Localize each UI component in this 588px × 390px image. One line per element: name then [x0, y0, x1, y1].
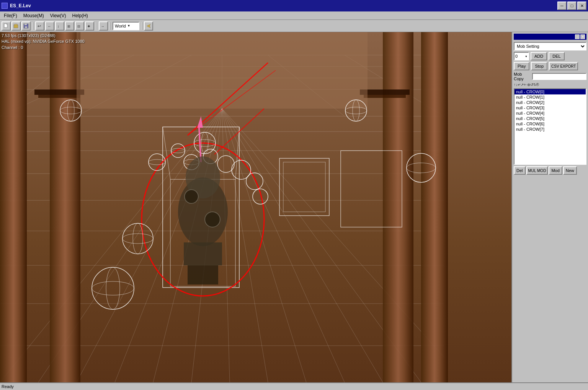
svg-rect-2: [14, 25, 18, 28]
add-button[interactable]: ADD: [531, 52, 547, 60]
svg-text:✦: ✦: [87, 24, 91, 29]
maximize-button[interactable]: □: [567, 2, 577, 10]
world-dropdown-arrow: ▼: [127, 24, 131, 28]
svg-line-56: [163, 127, 170, 179]
mul-mod-button[interactable]: MUL MOD: [526, 166, 548, 175]
svg-rect-99: [184, 242, 222, 265]
crow-list-item[interactable]: null - CROW[2]: [514, 100, 586, 105]
svg-point-97: [185, 190, 198, 203]
special-chars-label: ↑↓↵↗+·⊕↺↻®: [514, 83, 586, 87]
number-dropdown[interactable]: 0 ▼: [514, 52, 529, 60]
svg-point-85: [122, 223, 153, 254]
svg-rect-46: [50, 32, 80, 382]
svg-text:↔: ↔: [101, 24, 105, 28]
toolbar-btn-2[interactable]: ↔: [45, 21, 54, 31]
toolbar-undo-btn[interactable]: ↩: [35, 21, 44, 31]
toolbar-btn-3[interactable]: ↕: [55, 21, 64, 31]
svg-rect-4: [24, 24, 27, 25]
toolbar-sep-4: [141, 22, 142, 30]
svg-point-90: [106, 267, 120, 309]
svg-rect-5: [25, 26, 27, 28]
svg-rect-59: [283, 162, 325, 212]
mob-copy-input[interactable]: [532, 73, 586, 80]
title-bar: ES_E.Lev ─ □ ✕: [0, 0, 588, 11]
play-button[interactable]: Play: [514, 62, 529, 70]
crow-list-item[interactable]: null - CROW[0]: [514, 89, 586, 94]
mob-copy-label: Mob Copy: [514, 72, 531, 81]
title-text: ES_E.Lev: [2, 3, 31, 9]
svg-rect-58: [279, 158, 329, 216]
svg-rect-47: [383, 32, 413, 382]
play-stop-export-row: Play Stop CSV EXPORT: [514, 62, 586, 70]
svg-text:⊟: ⊟: [77, 24, 80, 28]
app-icon: [2, 3, 8, 9]
svg-point-86: [122, 234, 153, 244]
stop-button[interactable]: Stop: [531, 62, 547, 70]
number-dropdown-arrow: ▼: [525, 55, 528, 58]
svg-point-98: [205, 212, 220, 227]
new-button[interactable]: New: [563, 166, 577, 175]
svg-rect-48: [421, 32, 448, 382]
bottom-btn-row: Del MUL MOD Mod New: [514, 166, 586, 175]
crow-list-item[interactable]: null - CROW[4]: [514, 110, 586, 116]
window-controls: ─ □ ✕: [557, 2, 586, 10]
svg-rect-53: [77, 32, 368, 109]
menu-file[interactable]: File(F): [1, 12, 20, 19]
toolbar-extra-btn[interactable]: [144, 21, 153, 31]
crow-list-item[interactable]: null - CROW[3]: [514, 105, 586, 110]
scene-background: 7.53 fps (1307x923) (D2488) HAL (mixed v…: [0, 32, 511, 382]
main-layout: 7.53 fps (1307x923) (D2488) HAL (mixed v…: [0, 32, 588, 382]
close-button[interactable]: ✕: [577, 2, 586, 10]
del-button[interactable]: DEL: [549, 52, 564, 60]
toolbar-sep-1: [33, 22, 33, 30]
mob-setting-titlebar: ─ ✕: [514, 34, 586, 40]
svg-line-31: [222, 109, 345, 382]
csv-export-button[interactable]: CSV EXPORT: [549, 62, 578, 70]
svg-text:⊞: ⊞: [67, 24, 70, 28]
right-panel: ─ ✕ Mob Setting 0 ▼ ADD DEL Play Stop CS…: [511, 32, 588, 382]
crow-list-item[interactable]: null - CROW[1]: [514, 94, 586, 100]
svg-point-89: [92, 281, 134, 295]
toolbar-new-btn[interactable]: [2, 21, 11, 31]
menu-help[interactable]: Help(H): [69, 12, 91, 19]
del-bottom-button[interactable]: Del: [514, 166, 526, 175]
minimize-button[interactable]: ─: [557, 2, 567, 10]
number-add-del-row: 0 ▼ ADD DEL: [514, 52, 586, 60]
viewport-3d[interactable]: 7.53 fps (1307x923) (D2488) HAL (mixed v…: [0, 32, 511, 382]
crow-list[interactable]: null - CROW[0]null - CROW[1]null - CROW[…: [514, 88, 586, 165]
svg-rect-52: [364, 95, 406, 98]
panel-close-btn[interactable]: ✕: [580, 34, 585, 39]
mob-setting-select[interactable]: Mob Setting: [514, 42, 586, 50]
status-text: Ready: [2, 384, 14, 389]
toolbar-btn-5[interactable]: ⊟: [75, 21, 84, 31]
grid-overlay: [0, 32, 511, 382]
svg-line-32: [222, 109, 383, 382]
mob-copy-row: Mob Copy: [514, 72, 586, 81]
toolbar-open-btn[interactable]: [11, 21, 21, 31]
crow-list-item[interactable]: null - CROW[7]: [514, 127, 586, 132]
toolbar: ↩ ↔ ↕ ⊞ ⊟ ✦ ↔ World ▼: [0, 20, 588, 32]
toolbar-save-btn[interactable]: [21, 21, 31, 31]
menu-view[interactable]: View(V): [47, 12, 69, 19]
menu-bar: File(F) Mouse(M) View(V) Help(H): [0, 11, 588, 20]
mob-setting-row: Mob Setting: [514, 42, 586, 50]
toolbar-btn-4[interactable]: ⊞: [65, 21, 74, 31]
toolbar-btn-6[interactable]: ✦: [85, 21, 94, 31]
world-dropdown[interactable]: World ▼: [113, 22, 139, 30]
toolbar-sep-2: [96, 22, 97, 30]
panel-resize-btn[interactable]: ─: [575, 34, 580, 39]
crow-list-item[interactable]: null - CROW[6]: [514, 121, 586, 127]
svg-point-87: [133, 223, 143, 254]
toolbar-move-btn[interactable]: ↔: [99, 21, 108, 31]
mod-button[interactable]: Mod: [549, 166, 562, 175]
window-title: ES_E.Lev: [10, 3, 31, 8]
toolbar-sep-3: [110, 22, 111, 30]
svg-rect-45: [0, 32, 27, 382]
status-bar: Ready: [0, 382, 588, 390]
svg-text:↔: ↔: [47, 24, 51, 28]
svg-rect-100: [188, 265, 218, 284]
svg-text:↕: ↕: [57, 24, 59, 28]
crow-list-item[interactable]: null - CROW[5]: [514, 116, 586, 121]
svg-point-88: [92, 267, 134, 309]
menu-mouse[interactable]: Mouse(M): [20, 12, 47, 19]
